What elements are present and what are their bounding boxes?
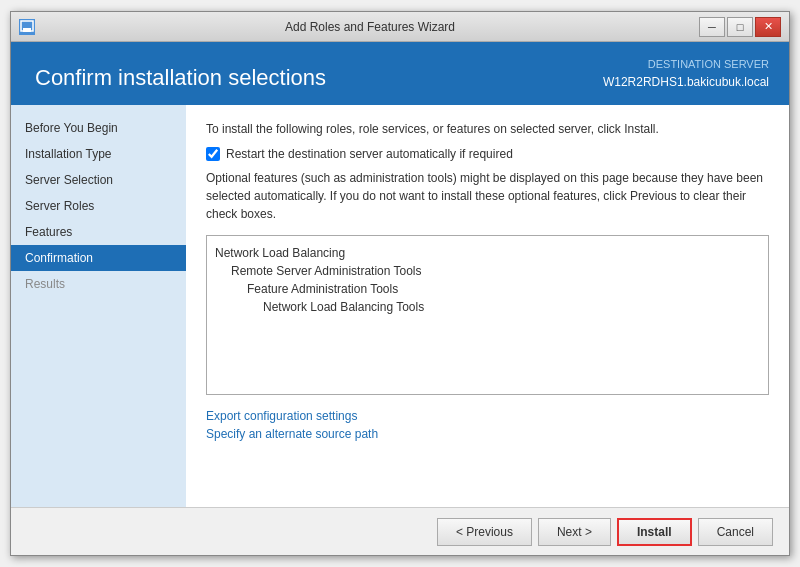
feature-item-1: Remote Server Administration Tools <box>215 262 760 280</box>
window-title: Add Roles and Features Wizard <box>41 20 699 34</box>
install-button[interactable]: Install <box>617 518 692 546</box>
wizard-window: Add Roles and Features Wizard ─ □ ✕ Conf… <box>10 11 790 556</box>
instruction-text: To install the following roles, role ser… <box>206 121 769 138</box>
footer-bar: < Previous Next > Install Cancel <box>11 507 789 555</box>
header-bar: Confirm installation selections DESTINAT… <box>11 42 789 105</box>
cancel-button[interactable]: Cancel <box>698 518 773 546</box>
feature-item-3: Network Load Balancing Tools <box>215 298 760 316</box>
close-button[interactable]: ✕ <box>755 17 781 37</box>
app-icon <box>19 19 35 35</box>
content-area: Before You Begin Installation Type Serve… <box>11 105 789 508</box>
window-controls: ─ □ ✕ <box>699 17 781 37</box>
restore-button[interactable]: □ <box>727 17 753 37</box>
sidebar-item-installation-type[interactable]: Installation Type <box>11 141 186 167</box>
main-content: To install the following roles, role ser… <box>186 105 789 508</box>
export-config-link[interactable]: Export configuration settings <box>206 409 769 423</box>
sidebar-item-server-roles[interactable]: Server Roles <box>11 193 186 219</box>
sidebar-item-server-selection[interactable]: Server Selection <box>11 167 186 193</box>
restart-label[interactable]: Restart the destination server automatic… <box>226 147 513 161</box>
page-title: Confirm installation selections <box>35 65 326 91</box>
title-bar: Add Roles and Features Wizard ─ □ ✕ <box>11 12 789 42</box>
restart-checkbox[interactable] <box>206 147 220 161</box>
features-box: Network Load Balancing Remote Server Adm… <box>206 235 769 395</box>
previous-button[interactable]: < Previous <box>437 518 532 546</box>
svg-rect-1 <box>23 28 31 32</box>
optional-text: Optional features (such as administratio… <box>206 169 769 223</box>
links-area: Export configuration settings Specify an… <box>206 409 769 441</box>
minimize-button[interactable]: ─ <box>699 17 725 37</box>
alternate-source-link[interactable]: Specify an alternate source path <box>206 427 769 441</box>
destination-info: DESTINATION SERVER W12R2RDHS1.bakicubuk.… <box>603 56 769 91</box>
server-name: W12R2RDHS1.bakicubuk.local <box>603 73 769 91</box>
next-button[interactable]: Next > <box>538 518 611 546</box>
sidebar: Before You Begin Installation Type Serve… <box>11 105 186 508</box>
sidebar-item-before-you-begin[interactable]: Before You Begin <box>11 115 186 141</box>
feature-item-2: Feature Administration Tools <box>215 280 760 298</box>
sidebar-item-results: Results <box>11 271 186 297</box>
sidebar-item-features[interactable]: Features <box>11 219 186 245</box>
restart-checkbox-row: Restart the destination server automatic… <box>206 147 769 161</box>
destination-label: DESTINATION SERVER <box>603 56 769 73</box>
sidebar-item-confirmation[interactable]: Confirmation <box>11 245 186 271</box>
feature-item-0: Network Load Balancing <box>215 244 760 262</box>
